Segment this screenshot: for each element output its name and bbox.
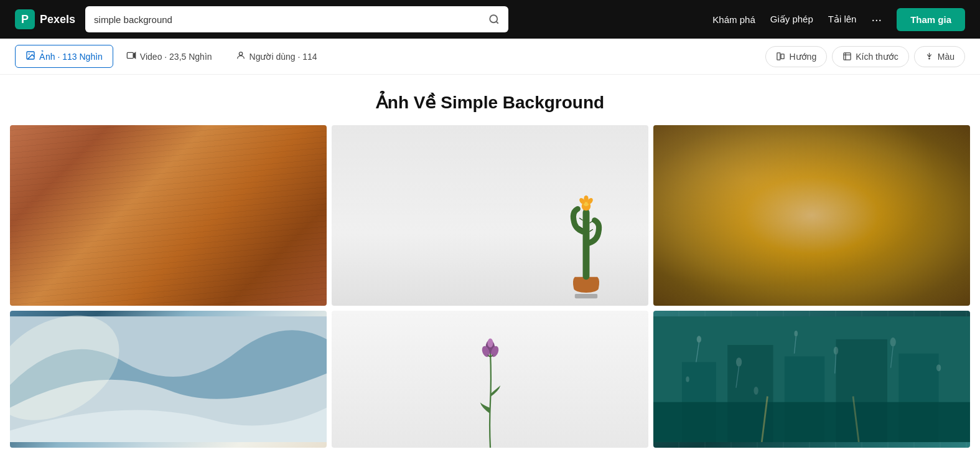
- abstract-illustration: [10, 311, 327, 448]
- svg-rect-53: [653, 316, 970, 442]
- filter-huong[interactable]: Hướng: [765, 46, 827, 67]
- tab-photos[interactable]: Ảnh · 113 Nghìn: [15, 45, 113, 68]
- photo-grid: [0, 125, 980, 458]
- join-button[interactable]: Tham gia: [897, 8, 965, 31]
- header-nav: Khám phá Giấy phép Tải lên ··· Tham gia: [712, 8, 965, 31]
- filter-huong-label: Hướng: [789, 52, 816, 62]
- flower-illustration: [472, 323, 509, 448]
- svg-point-0: [490, 15, 497, 22]
- size-icon: [842, 52, 852, 61]
- svg-rect-24: [575, 294, 597, 298]
- svg-rect-7: [777, 53, 780, 60]
- filter-kichtuoc[interactable]: Kích thước: [832, 46, 909, 67]
- svg-rect-9: [844, 53, 851, 60]
- photo-item-2[interactable]: [332, 125, 648, 306]
- tabs-bar: Ảnh · 113 Nghìn Video · 23,5 Nghìn Người…: [0, 39, 980, 75]
- svg-rect-4: [127, 52, 133, 58]
- nav-giay-phep[interactable]: Giấy phép: [770, 14, 813, 25]
- photo-item-3[interactable]: [653, 125, 970, 306]
- filter-area: Hướng Kích thước Màu: [765, 46, 965, 67]
- nav-kham-pha[interactable]: Khám phá: [712, 14, 755, 25]
- search-icon: [488, 14, 500, 25]
- photo-item-1[interactable]: [10, 125, 327, 306]
- logo-text: Pexels: [40, 13, 75, 26]
- cactus-illustration: [561, 175, 611, 300]
- rain-illustration: [653, 311, 970, 448]
- photos-icon: [26, 50, 35, 62]
- users-icon: [236, 50, 246, 62]
- svg-line-20: [579, 218, 582, 220]
- svg-rect-8: [782, 54, 785, 59]
- tab-users[interactable]: Người dùng · 114: [225, 45, 328, 68]
- filter-mau-label: Màu: [938, 52, 954, 62]
- tab-videos-label: Video · 23,5 Nghìn: [140, 52, 212, 62]
- photo-item-6[interactable]: [653, 311, 970, 448]
- more-button[interactable]: ···: [871, 12, 882, 27]
- svg-point-3: [29, 54, 30, 55]
- filter-mau[interactable]: Màu: [914, 46, 965, 67]
- svg-point-6: [239, 52, 242, 55]
- page-title: Ảnh Về Simple Background: [0, 92, 980, 113]
- tab-videos[interactable]: Video · 23,5 Nghìn: [116, 45, 223, 68]
- svg-point-30: [487, 339, 493, 348]
- photo-item-4[interactable]: [10, 311, 327, 448]
- svg-line-23: [589, 229, 592, 232]
- page-title-area: Ảnh Về Simple Background: [0, 75, 980, 125]
- tab-users-label: Người dùng · 114: [250, 52, 317, 62]
- logo-icon: P: [15, 9, 35, 29]
- search-input[interactable]: [94, 14, 483, 25]
- search-bar: [85, 6, 508, 32]
- tab-photos-label: Ảnh · 113 Nghìn: [39, 52, 103, 62]
- photo-item-5[interactable]: [332, 311, 648, 448]
- search-button[interactable]: [488, 14, 500, 25]
- orientation-icon: [776, 52, 785, 61]
- videos-icon: [126, 50, 136, 62]
- filter-kichtuoc-label: Kích thước: [856, 52, 898, 62]
- color-icon: [925, 52, 934, 61]
- nav-tai-len[interactable]: Tải lên: [828, 14, 857, 25]
- header: P Pexels Khám phá Giấy phép Tải lên ··· …: [0, 0, 980, 39]
- logo[interactable]: P Pexels: [15, 9, 75, 29]
- svg-line-1: [497, 21, 498, 23]
